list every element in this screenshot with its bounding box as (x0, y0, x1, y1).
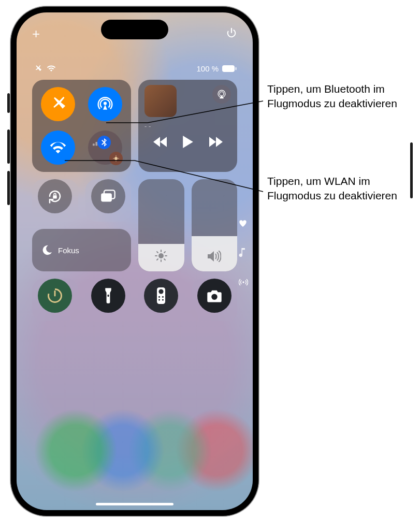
status-indicators: 100 % (17, 63, 253, 76)
bluetooth-icon (101, 138, 107, 147)
satellite-icon (112, 155, 120, 162)
moon-icon (41, 244, 53, 256)
satellite-mini-button[interactable] (109, 152, 123, 165)
screen-mirroring-button[interactable] (91, 179, 125, 213)
svg-rect-26 (107, 295, 109, 297)
focus-label: Fokus (58, 246, 79, 255)
screen: + 100 % (17, 12, 253, 510)
apple-tv-remote-button[interactable] (144, 279, 178, 313)
media-artwork (144, 85, 177, 117)
forward-icon[interactable] (209, 137, 223, 147)
svg-point-34 (242, 281, 244, 283)
svg-point-32 (162, 299, 164, 300)
svg-rect-3 (235, 67, 237, 70)
media-title: - - (144, 122, 231, 130)
wifi-button[interactable] (41, 130, 75, 165)
svg-point-30 (162, 296, 164, 298)
callout-wlan: Tippen, um WLAN im Flugmodus zu deaktivi… (267, 174, 412, 204)
camera-button[interactable] (197, 279, 231, 313)
speaker-icon (208, 251, 221, 264)
remote-cell (138, 279, 184, 321)
camera-icon (206, 289, 223, 302)
sun-icon (155, 250, 167, 264)
remote-icon (157, 287, 165, 304)
play-icon[interactable] (182, 136, 194, 148)
screen-mirroring-icon (100, 190, 116, 203)
svg-rect-12 (53, 195, 57, 198)
timer-icon (47, 288, 63, 303)
flashlight-icon (104, 288, 112, 303)
power-button[interactable] (226, 27, 237, 38)
brightness-slider[interactable] (138, 179, 184, 271)
volume-up-hardware (7, 129, 10, 164)
rewind-icon[interactable] (153, 137, 167, 147)
timer-cell (32, 279, 78, 321)
page-indicator-rail (239, 220, 248, 286)
svg-point-29 (158, 296, 160, 298)
flashlight-button[interactable] (91, 279, 125, 313)
control-center: - - (32, 80, 237, 321)
music-note-icon[interactable] (239, 248, 246, 257)
orientation-lock-button[interactable] (38, 179, 72, 213)
home-indicator[interactable] (96, 503, 173, 505)
heart-icon[interactable] (239, 220, 247, 227)
svg-rect-2 (222, 65, 235, 72)
svg-line-20 (157, 252, 158, 253)
screen-mirroring-cell (85, 179, 132, 222)
airplay-icon (216, 90, 227, 99)
svg-line-22 (164, 252, 165, 253)
cellular-bluetooth-group[interactable] (88, 130, 122, 165)
callout-bluetooth: Tippen, um Bluetooth im Flugmodus zu dea… (267, 82, 417, 111)
rotation-lock-icon (47, 189, 63, 204)
battery-text: 100 % (196, 64, 219, 73)
svg-point-9 (114, 157, 118, 160)
svg-point-33 (211, 294, 217, 300)
volume-slider[interactable] (192, 179, 238, 271)
svg-rect-5 (93, 143, 95, 146)
battery-icon (222, 65, 237, 72)
svg-point-28 (159, 289, 164, 294)
connectivity-tile (32, 80, 131, 172)
add-controls-button[interactable]: + (32, 26, 40, 42)
focus-button[interactable]: Fokus (32, 229, 131, 271)
svg-line-21 (164, 259, 165, 260)
media-tile[interactable]: - - (138, 80, 237, 172)
airplane-icon (50, 96, 66, 112)
dynamic-island (101, 20, 168, 39)
airplane-mini-icon (34, 64, 42, 72)
broadcast-icon[interactable] (239, 278, 248, 286)
svg-point-31 (158, 299, 160, 300)
airdrop-icon (97, 96, 113, 112)
mute-switch (7, 93, 10, 113)
svg-rect-14 (101, 193, 112, 201)
airplane-mode-button[interactable] (41, 87, 75, 121)
power-icon (226, 27, 237, 38)
svg-line-23 (157, 259, 158, 260)
airplay-button[interactable] (212, 85, 231, 104)
iphone-frame: + 100 % (10, 6, 259, 516)
orientation-lock-cell (32, 179, 78, 222)
volume-down-hardware (7, 171, 10, 205)
flashlight-cell (85, 279, 132, 321)
camera-cell (192, 279, 238, 321)
wifi-icon (50, 141, 66, 154)
airdrop-button[interactable] (88, 87, 122, 121)
wifi-mini-icon (47, 65, 56, 72)
bluetooth-mini-button[interactable] (97, 136, 111, 149)
svg-point-4 (104, 102, 107, 105)
svg-point-15 (158, 253, 164, 258)
timer-button[interactable] (38, 279, 72, 313)
